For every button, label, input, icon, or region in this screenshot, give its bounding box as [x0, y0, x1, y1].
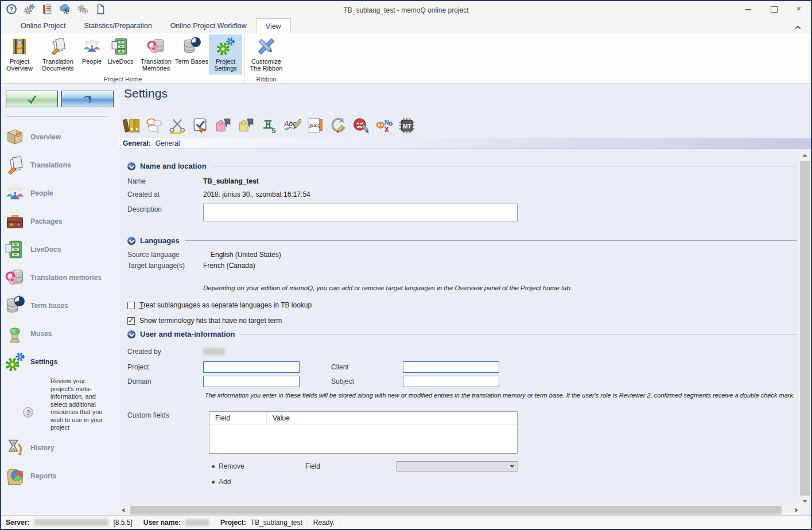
- domain-label: Domain: [127, 377, 203, 385]
- people-button[interactable]: People: [80, 34, 103, 75]
- section-user-meta: User and meta-information: [127, 330, 801, 338]
- number-formats-icon[interactable]: [260, 116, 278, 135]
- sidebar-item-overview[interactable]: Overview: [5, 124, 119, 150]
- tab-online-project[interactable]: Online Project: [11, 18, 75, 33]
- client-input[interactable]: [403, 361, 499, 373]
- add-link[interactable]: Add: [219, 478, 231, 486]
- content-pane: Settings General: General Name and loc: [119, 84, 811, 515]
- category-value: General: [156, 139, 180, 147]
- collapse-ribbon-button[interactable]: [796, 24, 804, 30]
- ribbon-group-label: Ribbon: [247, 75, 285, 84]
- puzzle-pink-icon[interactable]: [214, 116, 232, 135]
- remove-link[interactable]: Remove: [219, 462, 305, 470]
- confirm-button[interactable]: [6, 91, 58, 107]
- page-title: Settings: [124, 87, 168, 100]
- sidebar-item-reports[interactable]: Reports: [5, 463, 119, 489]
- sidebar-item-translation-memories[interactable]: Translation memories: [5, 265, 119, 290]
- statue-icon: [5, 324, 25, 344]
- sidebar-item-livedocs[interactable]: LiveDocs: [5, 237, 119, 262]
- maximize-button[interactable]: [770, 5, 778, 13]
- vertical-scroll-thumb[interactable]: [800, 161, 810, 496]
- puzzle-yellow-icon[interactable]: [237, 116, 255, 135]
- font-substitution-icon[interactable]: [375, 116, 393, 135]
- machine-translation-icon[interactable]: [398, 116, 416, 135]
- speech-bubbles-icon[interactable]: [145, 116, 164, 135]
- revert-arrow-icon[interactable]: [329, 116, 347, 135]
- target-language-value: French (Canada): [203, 262, 255, 270]
- user-name-label: User name:: [143, 519, 181, 527]
- people-icon: [82, 37, 102, 56]
- table-header-value: Value: [267, 412, 290, 424]
- horizontal-scrollbar[interactable]: [119, 505, 801, 515]
- subject-input[interactable]: [403, 376, 499, 387]
- customize-ribbon-icon: [257, 37, 276, 56]
- scroll-down-arrow[interactable]: [799, 496, 810, 505]
- settings-panel: Name and location Name TB_sublang_test C…: [119, 151, 801, 505]
- project-settings-button[interactable]: Project Settings: [209, 34, 242, 75]
- translation-documents-button[interactable]: Translation Documents: [36, 34, 80, 75]
- domain-input[interactable]: [203, 376, 300, 387]
- qa-checklist-icon[interactable]: [191, 116, 209, 135]
- treat-sublanguages-checkbox[interactable]: Treat sublanguages as separate languages…: [127, 301, 801, 309]
- gears-icon: [5, 352, 25, 372]
- bullet-icon: [212, 465, 215, 468]
- name-label: Name: [127, 177, 203, 185]
- ribbon: Project Overview Translation Documents P…: [1, 33, 811, 84]
- target-language-label: Target language(s): [127, 262, 203, 270]
- hourglass-icon: [5, 438, 25, 458]
- translation-memories-button[interactable]: Translation Memories: [138, 34, 174, 75]
- sidebar-item-translations[interactable]: Translations: [5, 153, 119, 178]
- binders-icon[interactable]: [122, 116, 141, 135]
- livedocs-button[interactable]: LiveDocs: [103, 34, 138, 75]
- created-by-redacted-value: [203, 348, 225, 355]
- description-label: Description: [127, 204, 203, 213]
- sidebar-item-packages[interactable]: Packages: [5, 209, 119, 234]
- tab-online-project-workflow[interactable]: Online Project Workflow: [161, 18, 256, 33]
- custom-fields-table[interactable]: Field Value: [209, 411, 518, 454]
- description-input[interactable]: [203, 204, 518, 221]
- lqa-face-icon[interactable]: [352, 116, 370, 135]
- horizontal-scroll-thumb[interactable]: [130, 506, 782, 515]
- scroll-right-arrow[interactable]: [791, 505, 801, 515]
- close-button[interactable]: ×: [795, 5, 803, 13]
- collapse-section-icon[interactable]: [127, 330, 135, 338]
- term-bases-button[interactable]: Term Bases: [174, 34, 209, 75]
- navigate-button[interactable]: [61, 91, 114, 107]
- minimize-button[interactable]: [744, 5, 752, 13]
- tab-view[interactable]: View: [256, 18, 291, 33]
- created-at-value: 2018. június 30., szombat 16:17:54: [203, 190, 310, 198]
- sidebar-item-term-bases[interactable]: Term bases: [5, 293, 119, 318]
- server-redacted-value: [34, 519, 108, 526]
- project-overview-button[interactable]: Project Overview: [3, 34, 36, 75]
- sidebar-item-muses[interactable]: Muses: [5, 321, 119, 346]
- sidebar-item-settings[interactable]: Settings: [5, 349, 119, 375]
- sidebar-item-history[interactable]: History: [5, 435, 119, 461]
- project-input[interactable]: [203, 361, 300, 373]
- custom-fields-label: Custom fields: [127, 411, 209, 419]
- ribbon-tab-row: Online Project Statistics/Preparation On…: [1, 18, 811, 33]
- cabinet-icon: [5, 239, 25, 260]
- tab-statistics-preparation[interactable]: Statistics/Preparation: [75, 18, 161, 33]
- sidebar-item-people[interactable]: People: [5, 181, 119, 206]
- check-icon: [26, 93, 38, 106]
- field-dropdown[interactable]: [397, 461, 518, 471]
- source-language-value: English (United States): [211, 251, 281, 259]
- scroll-left-arrow[interactable]: [119, 505, 129, 515]
- show-terminology-hits-checkbox[interactable]: Show terminology hits that have no targe…: [127, 317, 801, 325]
- sic-document-icon[interactable]: [306, 116, 324, 135]
- curved-arrow-icon: [81, 93, 94, 106]
- status-bar: Server: [8.5.5] User name: Project: TB_s…: [1, 515, 811, 529]
- status-project-label: Project:: [220, 519, 246, 527]
- vertical-scrollbar[interactable]: [799, 151, 810, 505]
- field-label: Field: [305, 462, 397, 470]
- segmentation-scissors-icon[interactable]: [168, 116, 187, 135]
- scroll-up-arrow[interactable]: [799, 151, 810, 161]
- translation-documents-icon: [48, 37, 68, 56]
- spelling-icon[interactable]: [283, 116, 301, 135]
- status-project-value: TB_sublang_test: [251, 519, 302, 527]
- collapse-section-icon[interactable]: [127, 162, 135, 170]
- collapse-section-icon[interactable]: [127, 237, 135, 245]
- customize-ribbon-button[interactable]: Customize The Ribbon: [247, 34, 285, 75]
- project-label: Project: [127, 363, 203, 371]
- window-title: TB_sublang_test - memoQ online project: [1, 6, 811, 14]
